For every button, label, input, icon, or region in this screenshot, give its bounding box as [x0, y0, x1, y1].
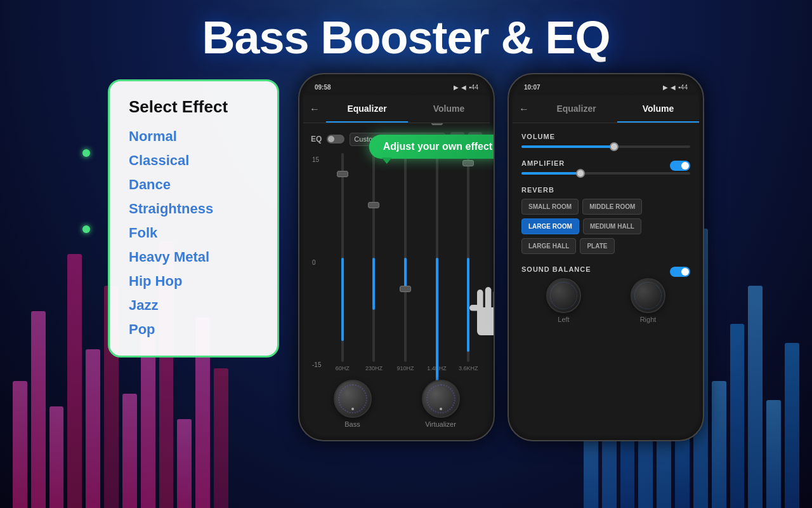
- eq-band-14khz-track[interactable]: [436, 153, 438, 362]
- eq-toggle[interactable]: [327, 135, 344, 144]
- eq-band-230hz-label: 230HZ: [365, 365, 383, 371]
- eq-scale-bot: -15: [312, 361, 322, 368]
- phone1-time: 09:58: [315, 84, 331, 91]
- reverb-buttons-grid: SMALL ROOM MIDDLE ROOM LARGE ROOM MEDIUM…: [521, 199, 690, 254]
- reverb-large-hall[interactable]: LARGE HALL: [521, 238, 576, 254]
- amplifier-slider-fill: [521, 172, 580, 175]
- phone1-tab-volume[interactable]: Volume: [408, 96, 490, 123]
- effect-item-folk[interactable]: Folk: [129, 223, 258, 243]
- phone1-header-tabs: Equalizer Volume: [326, 96, 490, 123]
- reverb-large-room[interactable]: LARGE ROOM: [521, 218, 579, 234]
- effect-item-classical[interactable]: Classical: [129, 150, 258, 171]
- sound-balance-title: SOUND BALANCE: [521, 265, 591, 273]
- select-effect-title: Select Effect: [129, 97, 258, 117]
- virtualizer-knob-label: Virtualizer: [425, 420, 456, 428]
- eq-band-60hz: 60HZ: [329, 153, 356, 371]
- amplifier-slider-row: [521, 172, 690, 175]
- eq-scale-mid: 0: [312, 259, 322, 266]
- page-title: Bass Booster & EQ: [202, 11, 610, 64]
- eq-bands-area: 15 0 -15: [308, 150, 485, 375]
- reverb-middle-room[interactable]: MIDDLE ROOM: [582, 199, 642, 215]
- adjust-tooltip: Adjust your own effect: [369, 135, 495, 159]
- phone2-app-header: ← Equalizer Volume: [513, 96, 699, 123]
- effect-item-normal[interactable]: Normal: [129, 126, 258, 147]
- amplifier-toggle[interactable]: [670, 161, 690, 171]
- eq-scale: 15 0 -15: [308, 153, 326, 371]
- virtualizer-knob-container: Virtualizer: [422, 380, 460, 428]
- eq-band-910hz-track[interactable]: [404, 153, 407, 362]
- eq-band-36khz-thumb[interactable]: [462, 160, 474, 166]
- phone2-inner: 10:07 ▶ ◀ ▪44 ←: [513, 78, 699, 436]
- phone2-volume-content: VOLUME: [513, 123, 699, 436]
- phone2-back-button[interactable]: ←: [513, 98, 535, 120]
- phone1-screen: 09:58 ▶ ◀ ▪44 ←: [303, 78, 490, 436]
- phone2-tab-volume[interactable]: Volume: [617, 96, 699, 123]
- bass-knob-label: Bass: [344, 420, 360, 428]
- eq-band-14khz-thumb[interactable]: [431, 123, 443, 125]
- phone1-app-header: ← Equalizer Volume: [303, 96, 490, 123]
- reverb-small-room[interactable]: SMALL ROOM: [521, 199, 579, 215]
- effect-item-pop[interactable]: Pop: [129, 319, 258, 340]
- eq-band-60hz-track[interactable]: [341, 153, 344, 362]
- reverb-section: REVERB SMALL ROOM MIDDLE ROOM LARGE ROOM…: [521, 186, 690, 254]
- eq-band-910hz-thumb[interactable]: [400, 286, 411, 292]
- balance-knobs-row: Left Right: [521, 278, 690, 323]
- phone2-screen: 10:07 ▶ ◀ ▪44 ←: [513, 78, 699, 436]
- volume-slider-track[interactable]: [521, 145, 690, 148]
- phone-equalizer: 09:58 ▶ ◀ ▪44 ←: [298, 73, 495, 441]
- signal-icon: ▶: [454, 84, 459, 91]
- signal-icon2: ▶: [663, 84, 668, 91]
- left-balance-label: Left: [558, 316, 569, 323]
- effect-list: Normal Classical Dance Straightness Folk…: [129, 126, 258, 340]
- eq-band-910hz: 910HZ: [392, 153, 419, 371]
- svg-rect-5: [469, 305, 480, 311]
- reverb-medium-hall[interactable]: MEDIUM HALL: [583, 218, 641, 234]
- phones-area: 09:58 ▶ ◀ ▪44 ←: [298, 73, 704, 441]
- amplifier-section-title: AMPLIFIER: [521, 159, 565, 167]
- svg-rect-2: [485, 287, 492, 310]
- battery-icon: ▪44: [469, 84, 478, 91]
- phone1-status-icons: ▶ ◀ ▪44: [454, 84, 478, 91]
- connection-dot-1: [82, 149, 90, 157]
- phone2-tab-equalizer[interactable]: Equalizer: [535, 96, 617, 123]
- eq-band-230hz-thumb[interactable]: [368, 202, 379, 208]
- select-effect-panel: Select Effect Normal Classical Dance Str…: [108, 79, 279, 358]
- reverb-section-title: REVERB: [521, 186, 690, 194]
- eq-band-230hz: 230HZ: [361, 153, 388, 371]
- battery-icon2: ▪44: [678, 84, 688, 91]
- effect-item-heavy-metal[interactable]: Heavy Metal: [129, 247, 258, 267]
- volume-section-title: VOLUME: [521, 133, 690, 140]
- phone2-notch: [580, 83, 631, 95]
- phone2-status-icons: ▶ ◀ ▪44: [663, 84, 688, 91]
- eq-band-230hz-track[interactable]: [372, 153, 375, 362]
- amplifier-slider-thumb[interactable]: [576, 169, 585, 178]
- volume-slider-fill: [521, 145, 614, 148]
- amplifier-slider-track[interactable]: [521, 172, 690, 175]
- eq-scale-top: 15: [312, 156, 322, 163]
- volume-slider-row: [521, 145, 690, 148]
- hand-cursor-icon: [462, 278, 495, 342]
- eq-band-60hz-thumb[interactable]: [337, 171, 348, 177]
- effect-item-straightness[interactable]: Straightness: [129, 199, 258, 219]
- effect-item-hip-hop[interactable]: Hip Hop: [129, 271, 258, 291]
- sound-balance-toggle-row: SOUND BALANCE: [521, 265, 690, 278]
- reverb-plate[interactable]: PLATE: [580, 238, 614, 254]
- phone-volume: 10:07 ▶ ◀ ▪44 ←: [508, 73, 704, 441]
- volume-slider-thumb[interactable]: [610, 142, 619, 151]
- svg-rect-3: [494, 290, 495, 312]
- sound-balance-toggle[interactable]: [670, 267, 690, 277]
- amplifier-section: AMPLIFIER: [521, 159, 690, 175]
- right-balance-knob[interactable]: [631, 278, 665, 313]
- eq-band-14khz: 1.4KHZ: [424, 153, 450, 371]
- eq-band-60hz-label: 60HZ: [336, 365, 350, 371]
- effect-item-dance[interactable]: Dance: [129, 175, 258, 195]
- virtualizer-knob[interactable]: [422, 380, 460, 418]
- volume-section: VOLUME: [521, 133, 690, 148]
- wifi-icon2: ◀: [671, 84, 676, 91]
- phone1-tab-equalizer[interactable]: Equalizer: [326, 96, 408, 123]
- phone1-back-button[interactable]: ←: [303, 98, 326, 120]
- bass-knob[interactable]: [334, 380, 372, 418]
- phone1-inner: 09:58 ▶ ◀ ▪44 ←: [303, 78, 490, 436]
- effect-item-jazz[interactable]: Jazz: [129, 295, 258, 316]
- left-balance-knob[interactable]: [546, 278, 581, 313]
